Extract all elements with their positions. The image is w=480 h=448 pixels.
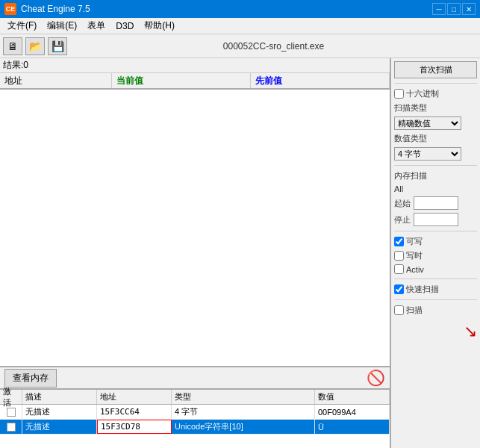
cheat-table-header: 激活 描述 地址 类型 数值 bbox=[0, 390, 390, 405]
stop-label: 停止 bbox=[394, 214, 411, 225]
cheat-table-area: 激活 描述 地址 类型 数值 无描述 15F3CC64 4 字节 bbox=[0, 388, 390, 448]
menubar: 文件(F) 编辑(E) 表单 D3D 帮助(H) bbox=[0, 18, 480, 34]
divider-4 bbox=[394, 279, 477, 279]
active-label: Activ bbox=[406, 265, 424, 274]
save-button[interactable]: 💾 bbox=[48, 37, 67, 55]
fast-scan-checkbox[interactable] bbox=[394, 284, 404, 294]
app-icon: CE bbox=[4, 3, 16, 15]
col-header-current: 当前值 bbox=[112, 73, 251, 88]
results-count: 结果:0 bbox=[0, 58, 390, 73]
cheat-table-body: 无描述 15F3CC64 4 字节 00F099A4 无描述 15F3CD78 … bbox=[0, 405, 390, 448]
close-button[interactable]: ✕ bbox=[462, 3, 476, 15]
title-text: Cheat Engine 7.5 bbox=[21, 4, 428, 14]
ct-cell-type-0: 4 字节 bbox=[172, 405, 315, 419]
writable-checkbox[interactable] bbox=[394, 237, 404, 246]
hex-option-row: 十六进制 bbox=[394, 88, 477, 99]
stop-row: 停止 bbox=[394, 213, 477, 226]
scan-only-checkbox[interactable] bbox=[394, 305, 404, 315]
write-label: 写时 bbox=[406, 250, 423, 261]
ct-cell-active-1[interactable] bbox=[0, 420, 22, 434]
ct-cell-val-1: Ü bbox=[315, 420, 390, 434]
start-row: 起始 bbox=[394, 196, 477, 210]
arrow-container: ↘ bbox=[394, 322, 477, 341]
menu-help[interactable]: 帮助(H) bbox=[140, 18, 179, 34]
active-checkbox[interactable] bbox=[394, 264, 404, 274]
menu-file[interactable]: 文件(F) bbox=[3, 18, 41, 34]
ct-cell-desc-1: 无描述 bbox=[22, 420, 97, 434]
view-memory-button[interactable]: 查看内存 bbox=[4, 369, 57, 388]
main-area: 结果:0 地址 当前值 先前值 查看内存 🚫 激活 描述 地址 类型 bbox=[0, 58, 480, 448]
window-controls: ─ □ ✕ bbox=[432, 3, 476, 15]
ct-header-val: 数值 bbox=[315, 390, 390, 404]
maximize-button[interactable]: □ bbox=[447, 3, 461, 15]
menu-d3d[interactable]: D3D bbox=[111, 19, 138, 33]
ct-header-addr: 地址 bbox=[97, 390, 172, 404]
first-scan-button[interactable]: 首次扫描 bbox=[394, 61, 477, 78]
divider-5 bbox=[394, 299, 477, 300]
process-name: 000052CC-sro_client.exe bbox=[70, 41, 477, 52]
scan-results-area bbox=[0, 90, 390, 366]
fast-scan-label: 快速扫描 bbox=[406, 284, 439, 295]
start-label: 起始 bbox=[394, 198, 411, 209]
divider-3 bbox=[394, 231, 477, 231]
app-window: CE Cheat Engine 7.5 ─ □ ✕ 文件(F) 编辑(E) 表单… bbox=[0, 0, 480, 448]
memory-label: 内存扫描 bbox=[394, 170, 477, 181]
checkbox-1[interactable] bbox=[7, 423, 16, 432]
ct-cell-type-1: Unicode字符串[10] bbox=[172, 420, 315, 434]
col-header-previous: 先前值 bbox=[251, 73, 390, 88]
start-input[interactable] bbox=[414, 196, 458, 210]
next-scan-arrow-icon[interactable]: ↘ bbox=[464, 322, 477, 341]
all-label: All bbox=[394, 184, 403, 193]
bottom-bar: 查看内存 🚫 bbox=[0, 366, 390, 388]
ct-header-type: 类型 bbox=[172, 390, 315, 404]
left-panel: 结果:0 地址 当前值 先前值 查看内存 🚫 激活 描述 地址 类型 bbox=[0, 58, 390, 448]
ct-cell-val-0: 00F099A4 bbox=[315, 405, 390, 419]
minimize-button[interactable]: ─ bbox=[432, 3, 446, 15]
value-type-label: 数值类型 bbox=[394, 133, 477, 144]
table-row[interactable]: 无描述 15F3CC64 4 字节 00F099A4 bbox=[0, 405, 390, 420]
checkbox-0[interactable] bbox=[7, 408, 16, 417]
toolbar: 🖥 📂 💾 000052CC-sro_client.exe bbox=[0, 34, 480, 58]
stop-input[interactable] bbox=[414, 213, 458, 226]
hex-checkbox[interactable] bbox=[394, 89, 404, 99]
divider-1 bbox=[394, 83, 477, 84]
active-row: Activ bbox=[394, 264, 477, 274]
fast-scan-row: 快速扫描 bbox=[394, 284, 477, 295]
scan-only-row: 扫描 bbox=[394, 305, 477, 316]
menu-edit[interactable]: 编辑(E) bbox=[43, 18, 81, 34]
col-header-address: 地址 bbox=[0, 73, 112, 88]
all-row: All bbox=[394, 184, 477, 193]
scan-only-label: 扫描 bbox=[406, 305, 423, 316]
scan-table-header: 地址 当前值 先前值 bbox=[0, 73, 390, 90]
write-checkbox[interactable] bbox=[394, 251, 404, 261]
ct-cell-addr-0: 15F3CC64 bbox=[97, 405, 172, 419]
writable-label: 可写 bbox=[406, 236, 423, 247]
hex-label: 十六进制 bbox=[406, 88, 439, 99]
ct-header-desc: 描述 bbox=[22, 390, 97, 404]
delete-icon[interactable]: 🚫 bbox=[367, 369, 385, 387]
ct-cell-desc-0: 无描述 bbox=[22, 405, 97, 419]
scan-type-select[interactable]: 精确数值 模糊搜索 bbox=[394, 116, 461, 130]
computer-icon-button[interactable]: 🖥 bbox=[3, 37, 22, 55]
writable-row: 可写 bbox=[394, 236, 477, 247]
ct-header-active: 激活 bbox=[0, 390, 22, 404]
menu-table[interactable]: 表单 bbox=[83, 18, 110, 34]
write-row: 写时 bbox=[394, 250, 477, 261]
ct-cell-active-0[interactable] bbox=[0, 405, 22, 419]
ct-cell-addr-1: 15F3CD78 bbox=[97, 420, 172, 434]
scan-type-label: 扫描类型 bbox=[394, 102, 477, 113]
divider-2 bbox=[394, 165, 477, 166]
value-type-select[interactable]: 4 字节 2 字节 1 字节 bbox=[394, 147, 461, 161]
open-button[interactable]: 📂 bbox=[25, 37, 45, 55]
titlebar: CE Cheat Engine 7.5 ─ □ ✕ bbox=[0, 0, 480, 18]
table-row[interactable]: 无描述 15F3CD78 Unicode字符串[10] Ü bbox=[0, 420, 390, 435]
right-panel: 首次扫描 十六进制 扫描类型 精确数值 模糊搜索 数值类型 4 字节 2 字节 … bbox=[390, 58, 480, 448]
